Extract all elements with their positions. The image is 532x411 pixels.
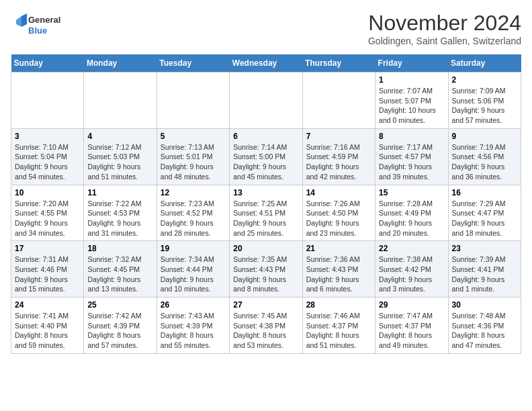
- logo: General Blue: [11, 11, 64, 39]
- day-info: Sunrise: 7:36 AMSunset: 4:43 PMDaylight:…: [306, 255, 371, 294]
- day-number: 24: [15, 300, 80, 310]
- day-cell: 29Sunrise: 7:47 AMSunset: 4:37 PMDayligh…: [375, 298, 448, 354]
- day-cell: 17Sunrise: 7:31 AMSunset: 4:46 PMDayligh…: [11, 241, 84, 298]
- day-cell: 2Sunrise: 7:09 AMSunset: 5:06 PMDaylight…: [448, 73, 521, 129]
- page-subtitle: Goldingen, Saint Gallen, Switzerland: [368, 36, 521, 46]
- week-row-4: 17Sunrise: 7:31 AMSunset: 4:46 PMDayligh…: [11, 241, 521, 298]
- day-number: 21: [306, 244, 371, 253]
- day-number: 9: [452, 132, 517, 141]
- day-cell: 5Sunrise: 7:13 AMSunset: 5:01 PMDaylight…: [157, 128, 229, 185]
- day-number: 2: [452, 75, 517, 85]
- day-cell: 15Sunrise: 7:28 AMSunset: 4:49 PMDayligh…: [375, 185, 448, 241]
- day-info: Sunrise: 7:47 AMSunset: 4:37 PMDaylight:…: [379, 311, 444, 351]
- day-info: Sunrise: 7:43 AMSunset: 4:39 PMDaylight:…: [161, 311, 226, 351]
- day-info: Sunrise: 7:19 AMSunset: 4:56 PMDaylight:…: [452, 142, 517, 182]
- day-number: 18: [87, 244, 152, 253]
- day-cell: 9Sunrise: 7:19 AMSunset: 4:56 PMDaylight…: [448, 128, 521, 185]
- header-monday: Monday: [84, 54, 157, 73]
- day-info: Sunrise: 7:12 AMSunset: 5:03 PMDaylight:…: [87, 142, 152, 182]
- svg-text:Blue: Blue: [28, 26, 47, 36]
- day-number: 17: [15, 244, 80, 253]
- day-number: 7: [306, 132, 371, 141]
- week-row-2: 3Sunrise: 7:10 AMSunset: 5:04 PMDaylight…: [11, 128, 521, 185]
- day-info: Sunrise: 7:09 AMSunset: 5:06 PMDaylight:…: [452, 86, 517, 126]
- day-info: Sunrise: 7:16 AMSunset: 4:59 PMDaylight:…: [306, 142, 371, 182]
- day-cell: 21Sunrise: 7:36 AMSunset: 4:43 PMDayligh…: [302, 241, 375, 298]
- day-number: 5: [161, 132, 226, 141]
- day-info: Sunrise: 7:42 AMSunset: 4:39 PMDaylight:…: [87, 311, 152, 351]
- day-cell: 18Sunrise: 7:32 AMSunset: 4:45 PMDayligh…: [84, 241, 157, 298]
- day-cell: 7Sunrise: 7:16 AMSunset: 4:59 PMDaylight…: [302, 128, 375, 185]
- header-saturday: Saturday: [448, 54, 521, 73]
- day-cell: 30Sunrise: 7:48 AMSunset: 4:36 PMDayligh…: [448, 298, 521, 354]
- day-cell: 28Sunrise: 7:46 AMSunset: 4:37 PMDayligh…: [302, 298, 375, 354]
- day-number: 6: [233, 132, 298, 141]
- day-info: Sunrise: 7:41 AMSunset: 4:40 PMDaylight:…: [15, 311, 80, 351]
- day-cell: 10Sunrise: 7:20 AMSunset: 4:55 PMDayligh…: [11, 185, 84, 241]
- header: General Blue November 2024 Goldingen, Sa…: [11, 11, 521, 46]
- day-info: Sunrise: 7:39 AMSunset: 4:41 PMDaylight:…: [452, 255, 517, 294]
- day-info: Sunrise: 7:46 AMSunset: 4:37 PMDaylight:…: [306, 311, 371, 351]
- day-cell: 23Sunrise: 7:39 AMSunset: 4:41 PMDayligh…: [448, 241, 521, 298]
- day-number: 27: [233, 300, 298, 310]
- day-number: 26: [161, 300, 226, 310]
- day-info: Sunrise: 7:48 AMSunset: 4:36 PMDaylight:…: [452, 311, 517, 351]
- header-thursday: Thursday: [302, 54, 375, 73]
- day-info: Sunrise: 7:26 AMSunset: 4:50 PMDaylight:…: [306, 199, 371, 238]
- day-number: 1: [379, 75, 444, 85]
- day-cell: [157, 73, 229, 129]
- day-cell: 3Sunrise: 7:10 AMSunset: 5:04 PMDaylight…: [11, 128, 84, 185]
- day-cell: 14Sunrise: 7:26 AMSunset: 4:50 PMDayligh…: [302, 185, 375, 241]
- day-info: Sunrise: 7:23 AMSunset: 4:52 PMDaylight:…: [161, 199, 226, 238]
- day-cell: 24Sunrise: 7:41 AMSunset: 4:40 PMDayligh…: [11, 298, 84, 354]
- day-number: 30: [452, 300, 517, 310]
- day-number: 13: [233, 188, 298, 197]
- day-number: 14: [306, 188, 371, 197]
- calendar-table: SundayMondayTuesdayWednesdayThursdayFrid…: [11, 54, 521, 354]
- day-info: Sunrise: 7:45 AMSunset: 4:38 PMDaylight:…: [233, 311, 298, 351]
- day-number: 15: [379, 188, 444, 197]
- day-cell: 27Sunrise: 7:45 AMSunset: 4:38 PMDayligh…: [230, 298, 302, 354]
- header-tuesday: Tuesday: [157, 54, 229, 73]
- svg-marker-2: [21, 13, 27, 27]
- day-number: 11: [87, 188, 152, 197]
- calendar-header-row: SundayMondayTuesdayWednesdayThursdayFrid…: [11, 54, 521, 73]
- day-number: 8: [379, 132, 444, 141]
- day-info: Sunrise: 7:35 AMSunset: 4:43 PMDaylight:…: [233, 255, 298, 294]
- day-number: 16: [452, 188, 517, 197]
- day-cell: [302, 73, 375, 129]
- day-cell: 16Sunrise: 7:29 AMSunset: 4:47 PMDayligh…: [448, 185, 521, 241]
- day-info: Sunrise: 7:29 AMSunset: 4:47 PMDaylight:…: [452, 199, 517, 238]
- day-cell: 22Sunrise: 7:38 AMSunset: 4:42 PMDayligh…: [375, 241, 448, 298]
- day-number: 20: [233, 244, 298, 253]
- day-number: 10: [15, 188, 80, 197]
- day-info: Sunrise: 7:13 AMSunset: 5:01 PMDaylight:…: [161, 142, 226, 182]
- day-number: 23: [452, 244, 517, 253]
- day-cell: 20Sunrise: 7:35 AMSunset: 4:43 PMDayligh…: [230, 241, 302, 298]
- day-cell: 13Sunrise: 7:25 AMSunset: 4:51 PMDayligh…: [230, 185, 302, 241]
- day-cell: [230, 73, 302, 129]
- week-row-1: 1Sunrise: 7:07 AMSunset: 5:07 PMDaylight…: [11, 73, 521, 129]
- day-cell: 1Sunrise: 7:07 AMSunset: 5:07 PMDaylight…: [375, 73, 448, 129]
- day-info: Sunrise: 7:32 AMSunset: 4:45 PMDaylight:…: [87, 255, 152, 294]
- svg-text:General: General: [28, 15, 60, 25]
- day-info: Sunrise: 7:31 AMSunset: 4:46 PMDaylight:…: [15, 255, 80, 294]
- day-number: 3: [15, 132, 80, 141]
- day-number: 25: [87, 300, 152, 310]
- day-info: Sunrise: 7:17 AMSunset: 4:57 PMDaylight:…: [379, 142, 444, 182]
- day-number: 28: [306, 300, 371, 310]
- header-friday: Friday: [375, 54, 448, 73]
- day-cell: [84, 73, 157, 129]
- svg-marker-3: [16, 16, 21, 27]
- day-info: Sunrise: 7:10 AMSunset: 5:04 PMDaylight:…: [15, 142, 80, 182]
- day-info: Sunrise: 7:28 AMSunset: 4:49 PMDaylight:…: [379, 199, 444, 238]
- day-number: 4: [87, 132, 152, 141]
- page-title: November 2024: [368, 11, 521, 36]
- day-number: 22: [379, 244, 444, 253]
- week-row-5: 24Sunrise: 7:41 AMSunset: 4:40 PMDayligh…: [11, 298, 521, 354]
- day-info: Sunrise: 7:25 AMSunset: 4:51 PMDaylight:…: [233, 199, 298, 238]
- day-info: Sunrise: 7:07 AMSunset: 5:07 PMDaylight:…: [379, 86, 444, 126]
- week-row-3: 10Sunrise: 7:20 AMSunset: 4:55 PMDayligh…: [11, 185, 521, 241]
- day-number: 12: [161, 188, 226, 197]
- day-cell: 8Sunrise: 7:17 AMSunset: 4:57 PMDaylight…: [375, 128, 448, 185]
